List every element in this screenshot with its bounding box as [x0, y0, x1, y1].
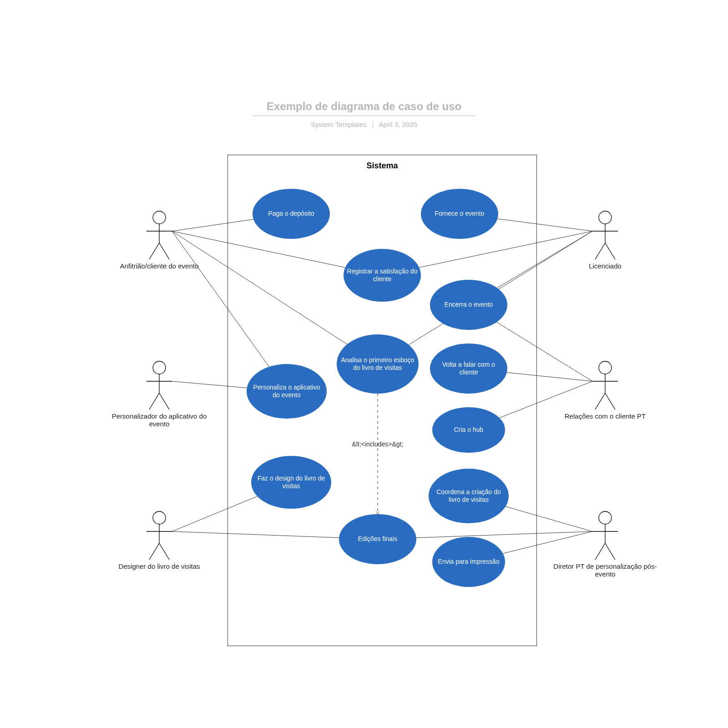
usecase-close-event: Encerra o evento	[430, 280, 507, 330]
system-label: Sistema	[228, 161, 537, 171]
subtitle-separator: |	[372, 121, 374, 128]
usecase-review-draft: Analisa o primeiro esboço do livro de vi…	[337, 334, 419, 394]
svg-line-14	[159, 543, 169, 560]
svg-line-13	[149, 543, 159, 560]
svg-point-5	[153, 361, 166, 374]
usecase-coord-book: Coordena a criação do livro de visitas	[429, 469, 509, 523]
usecase-customize-app: Personaliza o aplicativo do evento	[247, 364, 327, 419]
actor-label-host: Anfitrião/cliente do evento	[109, 262, 209, 270]
svg-line-9	[159, 393, 169, 410]
svg-line-19	[605, 243, 615, 259]
usecase-follow-up: Volta a falar com o cliente	[430, 344, 507, 394]
usecase-create-hub: Cria o hub	[432, 407, 505, 453]
subtitle-author: System Templates	[311, 121, 366, 128]
title-line: Exemplo de diagrama de caso de uso	[253, 100, 475, 116]
diagram-canvas: Exemplo de diagrama de caso de uso Syste…	[0, 0, 728, 728]
actor-label-customizer: Personalizador do aplicativo do evento	[105, 412, 214, 428]
title-block: Exemplo de diagrama de caso de uso Syste…	[0, 100, 728, 128]
edge-label-includes: &lt;<includes>&gt;	[346, 440, 410, 448]
actor-label-licensee: Licenciado	[569, 262, 642, 270]
svg-line-4	[159, 243, 169, 259]
diagram-title: Exemplo de diagrama de caso de uso	[267, 100, 461, 112]
svg-point-25	[599, 511, 612, 524]
usecase-design-book: Faz o design do livro de visitas	[251, 456, 331, 509]
svg-line-28	[595, 543, 605, 560]
usecase-send-print: Envia para impressão	[432, 537, 505, 587]
diagram-subtitle: System Templates | April 3, 2025	[0, 121, 728, 128]
actor-label-relations: Relações com o cliente PT	[555, 412, 655, 420]
usecase-record-satisfaction: Registrar a satisfação do cliente	[344, 249, 421, 302]
actor-label-director: Diretor PT de personalização pós-evento	[546, 562, 664, 578]
usecase-provide-event: Fornece o evento	[421, 189, 498, 239]
svg-point-15	[599, 211, 612, 224]
svg-line-23	[595, 393, 605, 410]
subtitle-date: April 3, 2025	[379, 121, 417, 128]
svg-line-24	[605, 393, 615, 410]
svg-line-3	[149, 243, 159, 259]
svg-line-18	[595, 243, 605, 259]
svg-line-8	[149, 393, 159, 410]
svg-line-29	[605, 543, 615, 560]
svg-point-0	[153, 211, 166, 224]
svg-point-20	[599, 361, 612, 374]
usecase-final-edits: Edições finais	[339, 514, 416, 564]
svg-point-10	[153, 511, 166, 524]
usecase-pay-deposit: Paga o depósito	[253, 189, 330, 239]
actor-label-designer: Designer do livro de visitas	[109, 562, 209, 570]
